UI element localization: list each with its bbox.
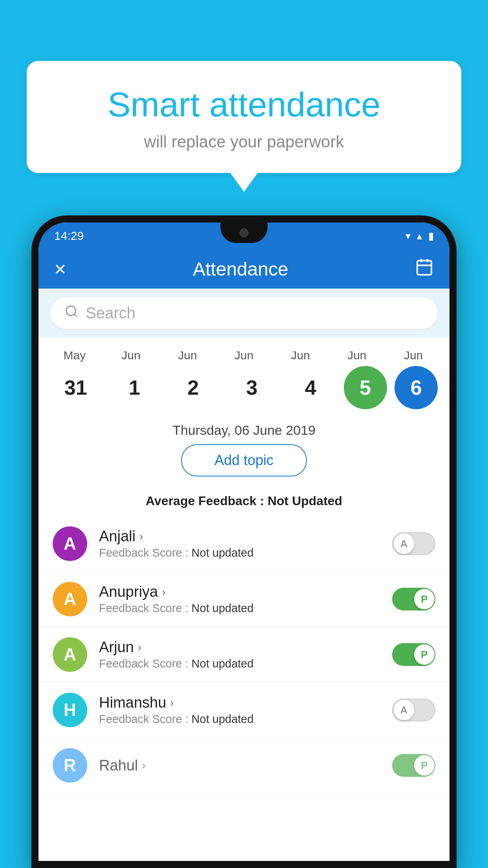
close-button[interactable]: ×: [54, 259, 66, 279]
avatar-anupriya: A: [53, 582, 87, 616]
avatar-himanshu: H: [53, 693, 87, 727]
student-info-himanshu: Himanshu › Feedback Score : Not updated: [99, 694, 392, 726]
add-topic-button[interactable]: Add topic: [181, 444, 307, 476]
student-name-anjali: Anjali ›: [99, 528, 392, 545]
avatar-arjun: A: [53, 637, 87, 672]
student-info-rahul: Rahul ›: [99, 757, 392, 774]
calendar-icon[interactable]: [415, 257, 434, 280]
toggle-rahul[interactable]: P: [392, 754, 435, 777]
cal-day-1[interactable]: 1: [109, 377, 160, 398]
speech-bubble: Smart attendance will replace your paper…: [27, 61, 461, 173]
search-container: Search: [39, 289, 449, 338]
selected-date: Thursday, 06 June 2019: [39, 413, 449, 444]
student-feedback-anupriya: Feedback Score : Not updated: [99, 602, 392, 615]
chevron-icon-anjali: ›: [139, 530, 143, 543]
search-placeholder: Search: [86, 304, 136, 322]
cal-month-1: Jun: [106, 349, 157, 362]
toggle-anupriya[interactable]: P: [392, 588, 435, 611]
avatar-anjali: A: [53, 526, 87, 561]
student-name-anupriya: Anupriya ›: [99, 583, 392, 600]
status-bar: 14:29 ▾ ▴ ▮: [39, 223, 449, 249]
signal-icon: ▴: [417, 230, 422, 242]
student-feedback-himanshu: Feedback Score : Not updated: [99, 713, 392, 726]
calendar-months-row: May Jun Jun Jun Jun Jun Jun: [46, 349, 442, 362]
calendar-strip: May Jun Jun Jun Jun Jun Jun 31 1 2 3 4 5…: [39, 338, 449, 413]
chevron-icon-rahul: ›: [142, 759, 145, 772]
toggle-himanshu[interactable]: A: [392, 699, 435, 721]
cal-day-5[interactable]: 5: [344, 366, 387, 409]
student-item-rahul[interactable]: R Rahul › P: [39, 738, 449, 793]
cal-month-3: Jun: [218, 349, 270, 362]
student-item-arjun[interactable]: A Arjun › Feedback Score : Not updated P: [39, 627, 449, 682]
student-info-anjali: Anjali › Feedback Score : Not updated: [99, 528, 392, 559]
search-bar[interactable]: Search: [50, 297, 438, 329]
student-item-anupriya[interactable]: A Anupriya › Feedback Score : Not update…: [39, 572, 449, 627]
student-item-himanshu[interactable]: H Himanshu › Feedback Score : Not update…: [39, 682, 449, 738]
phone-notch: [220, 223, 268, 243]
student-name-rahul: Rahul ›: [99, 757, 392, 774]
speech-bubble-subtitle: will replace your paperwork: [46, 132, 442, 151]
cal-month-0: May: [49, 349, 100, 362]
svg-rect-0: [417, 261, 431, 275]
toggle-arjun[interactable]: P: [392, 643, 435, 666]
average-feedback: Average Feedback : Not Updated: [39, 490, 449, 516]
student-item-anjali[interactable]: A Anjali › Feedback Score : Not updated …: [39, 516, 449, 572]
chevron-icon-anupriya: ›: [162, 586, 165, 598]
speech-bubble-title: Smart attendance: [46, 85, 442, 125]
cal-day-2[interactable]: 2: [168, 377, 219, 398]
header-title: Attendance: [193, 258, 288, 280]
app-header: × Attendance: [39, 249, 449, 289]
chevron-icon-arjun: ›: [138, 641, 141, 654]
student-info-arjun: Arjun › Feedback Score : Not updated: [99, 639, 392, 670]
calendar-days-row: 31 1 2 3 4 5 6: [46, 366, 442, 409]
phone-screen: 14:29 ▾ ▴ ▮ × Attendance: [39, 223, 449, 861]
phone-frame: 14:29 ▾ ▴ ▮ × Attendance: [31, 215, 457, 868]
cal-day-6[interactable]: 6: [394, 366, 438, 409]
avg-feedback-value: Not Updated: [268, 494, 342, 508]
chevron-icon-himanshu: ›: [170, 697, 174, 709]
student-name-himanshu: Himanshu ›: [99, 694, 392, 711]
search-icon: [64, 304, 79, 322]
student-feedback-anjali: Feedback Score : Not updated: [99, 546, 392, 559]
svg-line-5: [74, 314, 77, 317]
student-feedback-arjun: Feedback Score : Not updated: [99, 657, 392, 670]
phone-camera: [240, 228, 248, 237]
avg-feedback-label: Average Feedback :: [146, 494, 268, 508]
cal-month-6: Jun: [388, 349, 439, 362]
student-list: A Anjali › Feedback Score : Not updated …: [39, 516, 449, 793]
svg-point-4: [66, 306, 76, 316]
cal-day-4[interactable]: 4: [285, 377, 336, 398]
cal-day-3[interactable]: 3: [226, 377, 277, 398]
student-name-arjun: Arjun ›: [99, 639, 392, 656]
status-icons: ▾ ▴ ▮: [405, 230, 434, 242]
cal-month-5: Jun: [331, 349, 382, 362]
student-info-anupriya: Anupriya › Feedback Score : Not updated: [99, 583, 392, 615]
cal-month-4: Jun: [275, 349, 326, 362]
cal-month-2: Jun: [162, 349, 213, 362]
battery-icon: ▮: [428, 230, 434, 242]
status-time: 14:29: [54, 229, 84, 243]
wifi-icon: ▾: [405, 230, 411, 242]
cal-day-0[interactable]: 31: [50, 377, 101, 398]
avatar-rahul: R: [53, 748, 87, 783]
toggle-anjali[interactable]: A: [392, 532, 435, 555]
